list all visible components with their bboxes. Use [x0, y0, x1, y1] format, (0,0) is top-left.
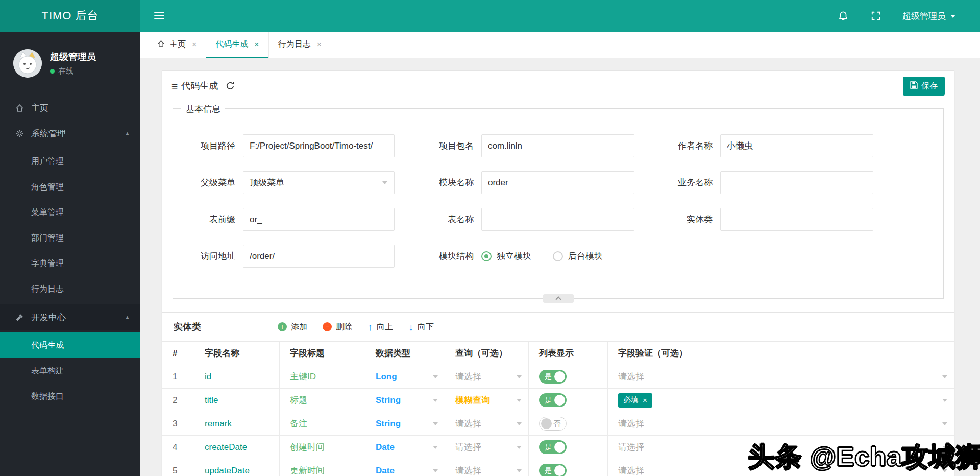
tab-home[interactable]: 主页 ×: [148, 32, 206, 58]
radio-independent-module[interactable]: 独立模块: [481, 250, 531, 262]
sidebar-item-form-builder[interactable]: 表单构建: [0, 358, 140, 384]
validate-select[interactable]: 请选择: [608, 365, 954, 388]
remove-tag-icon[interactable]: ×: [643, 396, 647, 404]
list-display-toggle[interactable]: 是: [539, 440, 567, 454]
list-display-toggle[interactable]: 是: [539, 464, 567, 476]
field-label: 模块结构: [395, 250, 474, 262]
parent-menu-select[interactable]: 顶级菜单: [243, 171, 395, 194]
sidebar-item-behavior-log[interactable]: 行为日志: [0, 276, 140, 302]
radio-label: 后台模块: [568, 250, 603, 262]
select-value: 请选择: [455, 465, 481, 476]
sidebar-item-label: 用户管理: [31, 156, 64, 167]
chevron-down-icon: [942, 469, 947, 472]
table-row: 4 createDate 创建时间 Date 请选择 是 请选择: [162, 436, 954, 459]
data-type-select[interactable]: Date: [365, 459, 445, 476]
select-value: String: [376, 395, 401, 406]
page-title-text: 代码生成: [181, 80, 218, 92]
field-title-cell[interactable]: 标题: [280, 389, 365, 412]
avatar[interactable]: [13, 49, 42, 78]
business-name-input[interactable]: [720, 171, 873, 194]
online-dot-icon: [50, 69, 55, 74]
sidebar-item-roles[interactable]: 角色管理: [0, 174, 140, 200]
select-value: 顶级菜单: [250, 177, 284, 188]
sidebar-menu: 主页 系统管理 ▲ 用户管理 角色管理 菜单管理 部门管理 字典管理 行为日志 …: [0, 95, 140, 412]
query-select[interactable]: 请选择: [445, 436, 529, 459]
sidebar-item-label: 菜单管理: [31, 207, 64, 218]
sidebar-item-data-api[interactable]: 数据接口: [0, 384, 140, 409]
sidebar-item-users[interactable]: 用户管理: [0, 149, 140, 174]
list-display-toggle[interactable]: 是: [539, 393, 567, 407]
user-menu-label: 超级管理员: [902, 10, 946, 22]
add-row-button[interactable]: + 添加: [278, 322, 307, 332]
notifications-bell-icon[interactable]: [837, 10, 849, 22]
sidebar-item-label: 数据接口: [31, 391, 64, 402]
validate-select[interactable]: 必填×: [608, 389, 954, 412]
table-prefix-input[interactable]: [243, 208, 395, 231]
field-name-cell[interactable]: id: [194, 365, 280, 388]
module-name-input[interactable]: [481, 171, 634, 194]
radio-backend-module[interactable]: 后台模块: [553, 250, 603, 262]
author-name-input[interactable]: [720, 134, 873, 157]
field-title-cell[interactable]: 创建时间: [280, 436, 365, 459]
list-display-toggle[interactable]: 是: [539, 370, 567, 384]
collapse-panel-button[interactable]: [543, 294, 574, 303]
chevron-down-icon: [517, 375, 522, 378]
code-generation-card: ≡ 代码生成 保存 基本信息 项目路径: [162, 70, 954, 476]
validate-select[interactable]: 请选择: [608, 436, 954, 459]
query-select[interactable]: 请选择: [445, 365, 529, 388]
toggle-label: 是: [545, 466, 552, 475]
delete-row-button[interactable]: − 删除: [323, 322, 352, 332]
fullscreen-icon[interactable]: [870, 10, 882, 22]
select-value: 请选择: [618, 371, 644, 383]
chevron-down-icon: [942, 422, 947, 425]
close-icon[interactable]: ×: [317, 40, 322, 50]
list-display-toggle[interactable]: 否: [539, 417, 567, 431]
field-name-cell[interactable]: createDate: [194, 436, 280, 459]
field-name-cell[interactable]: updateDate: [194, 459, 280, 476]
user-menu[interactable]: 超级管理员: [902, 10, 955, 22]
query-select[interactable]: 请选择: [445, 412, 529, 435]
move-up-button[interactable]: ↑ 向上: [368, 322, 393, 332]
save-button[interactable]: 保存: [903, 77, 945, 96]
move-down-button[interactable]: ↓ 向下: [408, 322, 434, 332]
tool-label: 删除: [336, 322, 352, 332]
field-name-cell[interactable]: title: [194, 389, 280, 412]
sidebar-item-menus[interactable]: 菜单管理: [0, 200, 140, 225]
sidebar-item-home[interactable]: 主页: [0, 95, 140, 121]
query-select[interactable]: 模糊查询: [445, 389, 529, 412]
field-label: 表名称: [395, 213, 474, 225]
project-package-input[interactable]: [481, 134, 634, 157]
close-icon[interactable]: ×: [192, 40, 197, 50]
app-logo[interactable]: TIMO 后台: [0, 0, 140, 32]
entity-class-input[interactable]: [720, 208, 873, 231]
column-header: 列表显示: [529, 342, 608, 365]
validate-select[interactable]: 请选择: [608, 459, 954, 476]
sidebar-item-code-generation[interactable]: 代码生成: [0, 332, 140, 358]
data-type-select[interactable]: String: [365, 412, 445, 435]
tab-behavior-log[interactable]: 行为日志 ×: [269, 32, 331, 58]
sidebar-group-system[interactable]: 系统管理 ▲: [0, 121, 140, 146]
field-title-cell[interactable]: 更新时间: [280, 459, 365, 476]
field-title-cell[interactable]: 备注: [280, 412, 365, 435]
query-select[interactable]: 请选择: [445, 459, 529, 476]
sidebar-group-dev[interactable]: 开发中心 ▲: [0, 304, 140, 330]
tab-code-generation[interactable]: 代码生成 ×: [206, 32, 268, 58]
table-name-input[interactable]: [481, 208, 634, 231]
access-url-input[interactable]: [243, 245, 395, 268]
table-row: 2 title 标题 String 模糊查询 是 必填×: [162, 389, 954, 412]
data-type-select[interactable]: Date: [365, 436, 445, 459]
table-row: 5 updateDate 更新时间 Date 请选择 是 请选择: [162, 459, 954, 476]
data-type-select[interactable]: String: [365, 389, 445, 412]
sidebar-item-departments[interactable]: 部门管理: [0, 225, 140, 251]
field-title-cell[interactable]: 主键ID: [280, 365, 365, 388]
field-label: 访问地址: [173, 250, 235, 262]
sidebar-toggle-icon[interactable]: [140, 0, 178, 32]
sidebar-item-dictionary[interactable]: 字典管理: [0, 251, 140, 276]
data-type-select[interactable]: Long: [365, 365, 445, 388]
close-icon[interactable]: ×: [254, 40, 259, 50]
validate-select[interactable]: 请选择: [608, 412, 954, 435]
project-path-input[interactable]: [243, 134, 395, 157]
field-name-cell[interactable]: remark: [194, 412, 280, 435]
refresh-icon[interactable]: [226, 81, 235, 90]
select-value: Date: [376, 442, 395, 453]
